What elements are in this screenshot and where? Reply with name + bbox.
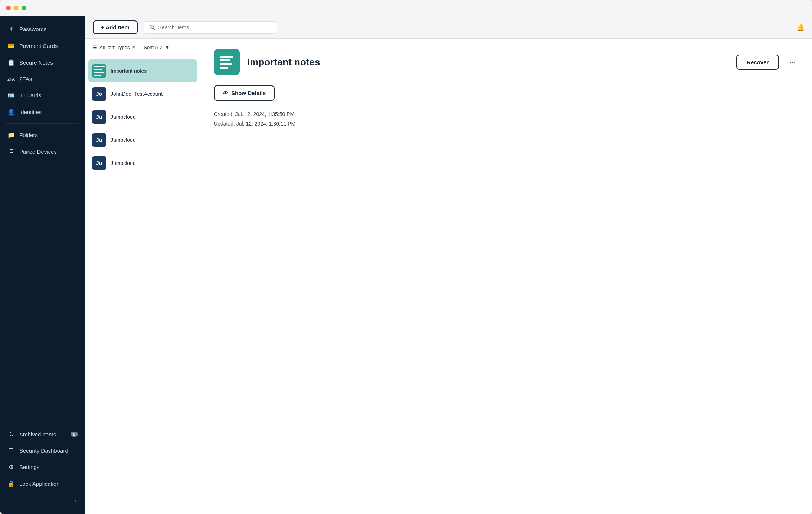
list-item[interactable]: Jo JohnDoe_TestAccount (88, 82, 197, 105)
search-icon: 🔍 (149, 25, 155, 30)
sidebar-collapse: ‹ (0, 492, 85, 510)
detail-note-lines (216, 51, 238, 73)
lock-icon: 🔒 (7, 480, 15, 487)
item-label: JohnDoe_TestAccount (111, 91, 163, 97)
show-details-button[interactable]: 👁 Show Details (214, 85, 275, 101)
note-lines (90, 62, 108, 80)
sidebar-item-folders[interactable]: 📁 Folders (0, 127, 85, 143)
list-item[interactable]: Ju Jumpcloud (88, 105, 197, 128)
item-label: Jumpcloud (111, 137, 136, 143)
updated-row: Updated: Jul. 12, 2024, 1:36:11 PM (214, 121, 799, 127)
two-panel: ☰ All Item Types ▼ Sort: A-Z ▼ (85, 39, 812, 514)
detail-header: Important notes Recover ··· (214, 49, 799, 75)
sidebar-item-lock-application[interactable]: 🔒 Lock Application (0, 475, 85, 492)
sidebar-item-label: Paired Devices (19, 149, 57, 155)
sidebar-item-secure-notes[interactable]: 📋 Secure Notes (0, 54, 85, 71)
recover-button[interactable]: Recover (736, 55, 779, 70)
detail-item-icon (214, 49, 240, 75)
sidebar-item-id-cards[interactable]: 🪪 ID Cards (0, 87, 85, 104)
item-label: Jumpcloud (111, 160, 136, 166)
list-items: Important notes Jo JohnDoe_TestAccount J… (85, 56, 200, 514)
security-dashboard-icon: 🛡 (7, 447, 15, 454)
sidebar-item-security-dashboard[interactable]: 🛡 Security Dashboard (0, 442, 85, 459)
archived-items-icon: 🗂 (7, 431, 15, 437)
close-button[interactable] (6, 6, 11, 10)
sidebar-item-paired-devices[interactable]: 🖥 Paired Devices (0, 143, 85, 160)
sort-button[interactable]: Sort: A-Z ▼ (141, 43, 172, 52)
payment-cards-icon: 💳 (7, 42, 15, 49)
list-item[interactable]: Ju Jumpcloud (88, 152, 197, 175)
sidebar-item-archived-items[interactable]: 🗂 Archived Items 5 (0, 426, 85, 442)
more-options-button[interactable]: ··· (786, 56, 799, 68)
list-toolbar: ☰ All Item Types ▼ Sort: A-Z ▼ (85, 39, 200, 56)
created-row: Created: Jul. 12, 2024, 1:35:50 PM (214, 111, 799, 117)
note-icon (92, 64, 106, 78)
sidebar-item-identities[interactable]: 👤 Identities (0, 104, 85, 120)
sort-label: Sort: A-Z (144, 45, 163, 50)
paired-devices-icon: 🖥 (7, 148, 15, 155)
list-item[interactable]: Ju Jumpcloud (88, 128, 197, 152)
detail-note-line (220, 59, 230, 61)
detail-note-line (220, 56, 233, 58)
topbar: + Add Item 🔍 🔔 (85, 16, 812, 39)
sidebar-item-passwords[interactable]: ✳ Passwords (0, 21, 85, 38)
sidebar-item-label: Identities (19, 109, 42, 115)
list-panel: ☰ All Item Types ▼ Sort: A-Z ▼ (85, 39, 200, 514)
minimize-button[interactable] (14, 6, 19, 10)
sidebar-item-label: Security Dashboard (19, 448, 68, 454)
sidebar-item-settings[interactable]: ⚙ Settings (0, 459, 85, 475)
sidebar-item-label: Secure Notes (19, 59, 53, 66)
identities-icon: 👤 (7, 108, 15, 116)
detail-note-line (220, 67, 228, 69)
sidebar-item-label: Folders (19, 132, 38, 138)
id-cards-icon: 🪪 (7, 92, 15, 99)
sidebar-item-label: 2FAs (19, 76, 32, 82)
sidebar-item-label: Settings (19, 464, 39, 470)
note-line (94, 72, 104, 73)
sidebar-item-label: ID Cards (19, 92, 41, 98)
detail-panel: Important notes Recover ··· 👁 Show Detai… (200, 39, 812, 514)
filter-caret-icon: ▼ (132, 45, 135, 49)
avatar-icon: Ju (92, 110, 106, 124)
secure-notes-icon: 📋 (7, 59, 15, 66)
sidebar-bottom: 🗂 Archived Items 5 🛡 Security Dashboard … (0, 420, 85, 514)
passwords-icon: ✳ (7, 26, 15, 33)
settings-icon: ⚙ (7, 463, 15, 471)
avatar-icon: Jo (92, 87, 106, 101)
sidebar-item-payment-cards[interactable]: 💳 Payment Cards (0, 38, 85, 54)
sidebar-item-label: Archived Items (19, 431, 56, 437)
sidebar-item-label: Lock Application (19, 481, 59, 487)
item-label: Important notes (111, 68, 147, 74)
collapse-sidebar-button[interactable]: ‹ (72, 496, 79, 506)
created-value: Jul. 12, 2024, 1:35:50 PM (235, 111, 295, 117)
detail-title: Important notes (247, 56, 729, 68)
note-line (94, 75, 101, 76)
sidebar-item-2fas[interactable]: 2FA 2FAs (0, 71, 85, 87)
notification-icon[interactable]: 🔔 (796, 23, 805, 32)
add-item-label: + Add Item (101, 24, 130, 30)
updated-value: Jul. 12, 2024, 1:36:11 PM (236, 121, 296, 127)
eye-icon: 👁 (223, 90, 228, 96)
created-label: Created: (214, 111, 234, 117)
filter-icon: ☰ (93, 45, 97, 50)
sidebar-divider (6, 123, 79, 124)
search-bar: 🔍 (144, 21, 277, 34)
avatar-icon: Ju (92, 133, 106, 147)
2fa-icon: 2FA (7, 77, 15, 81)
maximize-button[interactable] (22, 6, 26, 10)
list-item[interactable]: Important notes (88, 59, 197, 82)
detail-meta: Created: Jul. 12, 2024, 1:35:50 PM Updat… (214, 111, 799, 127)
show-details-label: Show Details (231, 90, 266, 96)
sidebar-divider-bottom (6, 423, 79, 423)
filter-button[interactable]: ☰ All Item Types ▼ (91, 43, 138, 52)
updated-label: Updated: (214, 121, 235, 127)
detail-note-line (220, 63, 232, 65)
filter-label: All Item Types (99, 45, 130, 50)
note-line (94, 66, 105, 67)
add-item-button[interactable]: + Add Item (93, 20, 138, 34)
search-input[interactable] (158, 25, 272, 30)
sidebar-nav: ✳ Passwords 💳 Payment Cards 📋 Secure Not… (0, 21, 85, 223)
sidebar: ✳ Passwords 💳 Payment Cards 📋 Secure Not… (0, 16, 85, 514)
avatar-icon: Ju (92, 156, 106, 170)
sidebar-item-label: Payment Cards (19, 43, 58, 49)
